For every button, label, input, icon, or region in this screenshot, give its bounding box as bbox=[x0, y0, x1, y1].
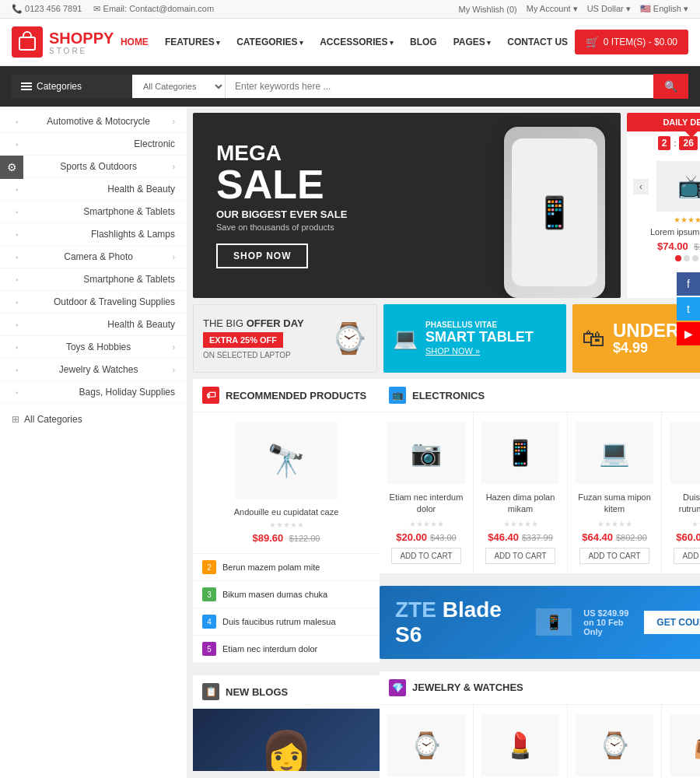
blog-header: 📋 NEW BLOGS bbox=[193, 675, 380, 709]
rec-icon: 🏷 bbox=[202, 387, 219, 404]
hamburger-icon bbox=[21, 82, 32, 90]
cat-item-health2[interactable]: Health & Beauty bbox=[0, 314, 187, 336]
jewelry-section: 💎 JEWELRY & WATCHES ‹ › ⌚ 💄 bbox=[380, 671, 700, 778]
content-area: MEGA SALE OUR BIGGEST EVER SALE Save on … bbox=[187, 107, 700, 778]
cart-icon: 🛒 bbox=[586, 36, 599, 48]
cat-item-bags[interactable]: Bags, Holiday Supplies bbox=[0, 381, 187, 404]
promo-laptop: THE BIG OFFER DAY EXTRA 25% OFF ON SELEC… bbox=[193, 304, 377, 373]
cat-item-smartphone1[interactable]: Smartphone & Tablets bbox=[0, 201, 187, 223]
category-list: Automotive & Motocrycle› Electronic Spor… bbox=[0, 107, 187, 408]
product-card-3: 💻 Fuzan suma mipon kitem ★★★★★ $64.40$80… bbox=[568, 412, 662, 573]
right-column: 📺 ELECTRONICS ‹ › 📷 Etiam nec interdum d… bbox=[380, 379, 700, 778]
main-content: Automotive & Motocrycle› Electronic Spor… bbox=[0, 107, 700, 778]
promo-laptop-text: THE BIG OFFER DAY EXTRA 25% OFF ON SELEC… bbox=[203, 317, 304, 359]
cat-item-toys[interactable]: Toys & Hobbies› bbox=[0, 336, 187, 359]
logo-text: SHOPPY STORE bbox=[49, 30, 114, 55]
twitter-btn[interactable]: t bbox=[677, 297, 700, 321]
youtube-btn[interactable]: ▶ bbox=[677, 322, 700, 345]
cat-item-jewelry[interactable]: Jewelry & Watches› bbox=[0, 359, 187, 381]
zte-offer: US $249.99 on 10 Feb Only GET COUPON » bbox=[583, 608, 700, 636]
cat-item-flashlights[interactable]: Flashlights & Lamps bbox=[0, 223, 187, 246]
jewelry-card-3: ⌚ bbox=[568, 705, 662, 778]
top-bar: 📞 0123 456 7891 ✉ Email: Contact@domain.… bbox=[0, 0, 700, 19]
rec-list: 2 Berun mazem polam mite 3 Bikum masen d… bbox=[193, 554, 380, 663]
nav-features[interactable]: FEATURES bbox=[159, 33, 226, 51]
jewelry-card-4: 👜 bbox=[662, 705, 700, 778]
rec-item-2[interactable]: 2 Berun mazem polam mite bbox=[193, 554, 380, 581]
zte-text: ZTE Blade S6 bbox=[395, 598, 524, 647]
jewelry-img-2: 💄 bbox=[481, 714, 559, 776]
cat-item-camera[interactable]: Camera & Photo› bbox=[0, 246, 187, 268]
promo-tablet-link[interactable]: SHOP NOW » bbox=[425, 346, 480, 356]
settings-gear[interactable]: ⚙ bbox=[0, 156, 23, 179]
daily-deals: DAILY DEALS 2 : 26 : 34 ‹ 📺 › ★★★★☆ bbox=[627, 113, 700, 298]
search-input[interactable] bbox=[226, 75, 653, 98]
nav-accessories[interactable]: ACCESSORIES bbox=[313, 33, 400, 51]
rec-item-5[interactable]: 5 Etiam nec interdum dolor bbox=[193, 636, 380, 663]
get-coupon-btn[interactable]: GET COUPON » bbox=[644, 611, 700, 634]
promo-tablet-img: 💻 bbox=[393, 327, 418, 351]
cat-item-outdoor[interactable]: Outdoor & Traveling Supplies bbox=[0, 291, 187, 314]
jewelry-img-1: ⌚ bbox=[387, 714, 465, 776]
promo-banners: THE BIG OFFER DAY EXTRA 25% OFF ON SELEC… bbox=[193, 304, 700, 373]
cat-item-health1[interactable]: Health & Beauty bbox=[0, 178, 187, 201]
promo-tablet-text: PHASELLUS VITAE SMART TABLET SHOP NOW » bbox=[425, 321, 534, 356]
add-to-cart-4[interactable]: ADD TO CART bbox=[674, 548, 700, 564]
dot-3 bbox=[692, 255, 698, 261]
cat-item-sports[interactable]: Sports & Outdoors› bbox=[0, 156, 187, 178]
cat-item-automotive[interactable]: Automotive & Motocrycle› bbox=[0, 110, 187, 133]
rec-main-stars: ★★★★★ bbox=[202, 520, 370, 529]
nav-categories[interactable]: CATEGORIES bbox=[230, 33, 310, 51]
zte-offer-text: US $249.99 on 10 Feb Only bbox=[583, 608, 632, 636]
email-info: ✉ Email: Contact@domain.com bbox=[93, 4, 214, 14]
categories-toggle[interactable]: Categories bbox=[12, 75, 132, 98]
rec-item-4[interactable]: 4 Duis faucibus rutrum malesua bbox=[193, 608, 380, 636]
add-to-cart-3[interactable]: ADD TO CART bbox=[579, 548, 649, 564]
header: SHOPPY STORE HOME FEATURES CATEGORIES AC… bbox=[0, 19, 700, 66]
language-link[interactable]: 🇺🇸 English ▾ bbox=[640, 4, 688, 14]
promo-laptop-img: ⌚ bbox=[331, 321, 367, 356]
nav-pages[interactable]: PAGES bbox=[447, 33, 498, 51]
currency-link[interactable]: US Dollar ▾ bbox=[587, 4, 631, 14]
add-to-cart-2[interactable]: ADD TO CART bbox=[485, 548, 555, 564]
rec-item-3[interactable]: 3 Bikum masen dumas chuka bbox=[193, 581, 380, 608]
blog-icon: 📋 bbox=[202, 683, 219, 700]
social-sidebar: f t ▶ bbox=[677, 272, 700, 345]
jewelry-grid: ⌚ 💄 ⌚ 👜 bbox=[380, 705, 700, 778]
nav-contact[interactable]: CONTACT US bbox=[501, 33, 574, 51]
cart-button[interactable]: 🛒 0 ITEM(S) - $0.00 bbox=[575, 30, 688, 54]
nav-blog[interactable]: BLOG bbox=[404, 33, 443, 51]
electronics-header: 📺 ELECTRONICS ‹ › bbox=[380, 379, 700, 412]
hero-phone: 📱 bbox=[504, 127, 605, 298]
promo-sale-text: UNDER $4.99 bbox=[613, 321, 679, 356]
phone-info: 📞 0123 456 7891 bbox=[12, 4, 82, 14]
cat-item-electronic[interactable]: Electronic bbox=[0, 133, 187, 156]
logo[interactable]: SHOPPY STORE bbox=[12, 26, 114, 58]
product-card-2: 📱 Hazen dima polan mikam ★★★★★ $46.40$33… bbox=[474, 412, 568, 573]
facebook-btn[interactable]: f bbox=[677, 272, 700, 296]
deals-prev-btn[interactable]: ‹ bbox=[633, 179, 649, 194]
electronics-section: 📺 ELECTRONICS ‹ › 📷 Etiam nec interdum d… bbox=[380, 379, 700, 573]
promo-sale-img: 🛍 bbox=[582, 325, 605, 352]
nav-home[interactable]: HOME bbox=[114, 33, 155, 51]
electronics-title: 📺 ELECTRONICS bbox=[389, 387, 485, 404]
hero-shop-btn[interactable]: SHOP NOW bbox=[216, 244, 308, 268]
hero-text: MEGA SALE OUR BIGGEST EVER SALE Save on … bbox=[193, 119, 370, 292]
cat-item-smartphone2[interactable]: Smartphone & Tablets bbox=[0, 268, 187, 291]
account-link[interactable]: My Account ▾ bbox=[527, 4, 578, 14]
add-to-cart-1[interactable]: ADD TO CART bbox=[391, 548, 461, 564]
category-select[interactable]: All Categories bbox=[132, 75, 226, 98]
promo-tablet: 💻 PHASELLUS VITAE SMART TABLET SHOP NOW … bbox=[383, 304, 566, 373]
left-column: 🏷 RECOMMENDED PRODUCTS 🔭 Andouille eu cu… bbox=[193, 379, 380, 778]
electronics-icon: 📺 bbox=[389, 387, 406, 404]
search-button[interactable]: 🔍 bbox=[653, 74, 688, 99]
search-bar: Categories All Categories 🔍 bbox=[0, 66, 700, 107]
product-img-3: 💻 bbox=[576, 422, 653, 484]
deal-price-row: $74.00 $122.00 bbox=[633, 240, 700, 252]
deal-stars: ★★★★☆ bbox=[633, 216, 700, 224]
recommended-header: 🏷 RECOMMENDED PRODUCTS bbox=[193, 379, 380, 412]
jewelry-card-1: ⌚ bbox=[380, 705, 474, 778]
wishlist-link[interactable]: My Wishlish (0) bbox=[459, 5, 517, 14]
all-categories-link[interactable]: All Categories bbox=[0, 408, 187, 431]
top-bar-right: My Wishlish (0) My Account ▾ US Dollar ▾… bbox=[459, 4, 688, 14]
